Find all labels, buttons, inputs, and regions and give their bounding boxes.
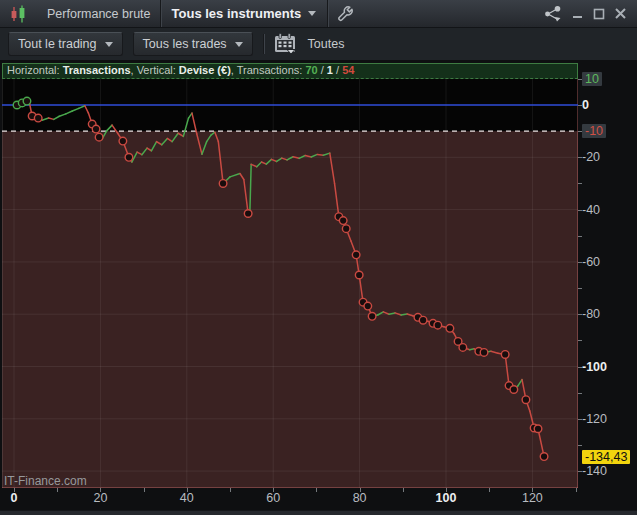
x-axis-tick	[230, 488, 231, 492]
calendar-period-button[interactable]	[274, 33, 298, 55]
y-axis-label: 10	[582, 72, 602, 86]
separator	[263, 34, 264, 54]
y-axis-label: -134,43	[582, 450, 630, 464]
horizontal-axis-value: Transactions	[63, 64, 131, 76]
chevron-down-icon	[235, 42, 243, 47]
y-axis-label: -100	[582, 360, 607, 374]
trading-filter-dropdown[interactable]: Tout le trading	[8, 32, 123, 56]
vertical-axis-value: Devise (€)	[179, 64, 231, 76]
x-axis-label: 80	[353, 491, 367, 505]
chevron-down-icon	[105, 42, 113, 47]
losing-trades-count: 54	[342, 64, 354, 76]
y-axis-label: -20	[582, 150, 600, 164]
y-axis-tick	[578, 445, 582, 446]
x-axis-label: 20	[93, 491, 107, 505]
trades-filter-dropdown[interactable]: Tous les trades	[133, 32, 253, 56]
trading-filter-label: Tout le trading	[18, 37, 97, 51]
horizontal-axis-label: Horizontal:	[7, 64, 60, 76]
maximize-button[interactable]	[593, 8, 605, 20]
x-axis-label: 40	[180, 491, 194, 505]
filter-toolbar: Tout le trading Tous les trades Toutes	[0, 28, 637, 61]
x-axis-label: 120	[522, 491, 543, 505]
y-axis-label: 0	[582, 98, 589, 112]
x-axis-tick	[316, 488, 317, 492]
x-axis-label: 100	[436, 491, 457, 505]
chart-header-bar: Horizontal: Transactions, Vertical: Devi…	[2, 63, 578, 79]
x-axis-label: 60	[266, 491, 280, 505]
chevron-down-icon	[308, 11, 316, 16]
winning-trades-count: 70	[305, 64, 317, 76]
vertical-axis-label: Vertical:	[137, 64, 176, 76]
x-axis-label: 0	[11, 491, 18, 505]
tab-performance-brute[interactable]: Performance brute	[38, 0, 160, 27]
share-button[interactable]	[543, 5, 563, 23]
y-axis-tick	[578, 183, 582, 184]
window-bottom-edge	[0, 510, 637, 515]
calendar-icon	[274, 33, 298, 55]
candlestick-logo-icon	[0, 0, 38, 27]
trading-performance-window: { "titlebar": { "tab_performance": "Perf…	[0, 0, 637, 515]
y-axis-tick	[578, 340, 582, 341]
x-axis-tick	[489, 488, 490, 492]
x-axis-tick	[57, 488, 58, 492]
y-axis-tick	[578, 393, 582, 394]
title-bar: Performance brute Tous les instruments	[0, 0, 637, 28]
close-button[interactable]	[614, 7, 627, 20]
transactions-stats-label: Transactions:	[237, 64, 303, 76]
trades-filter-label: Tous les trades	[143, 37, 227, 51]
minimize-button[interactable]	[572, 8, 584, 20]
x-axis-tick	[403, 488, 404, 492]
watermark: IT-Finance.com	[4, 474, 87, 488]
y-axis-label: -140	[582, 464, 607, 478]
y-axis-label: -80	[582, 307, 600, 321]
x-axis-tick	[576, 488, 577, 492]
y-axis-label: -120	[582, 412, 607, 426]
y-axis-tick	[578, 236, 582, 237]
y-axis-label: -10	[582, 124, 606, 138]
instruments-dropdown[interactable]: Tous les instruments	[161, 0, 328, 27]
instruments-dropdown-label: Tous les instruments	[172, 6, 302, 21]
period-label: Toutes	[308, 37, 345, 51]
y-axis-tick	[578, 288, 582, 289]
window-controls	[543, 5, 637, 23]
equity-curve-plot[interactable]	[2, 63, 578, 488]
x-axis-tick	[144, 488, 145, 492]
y-axis-label: -40	[582, 203, 600, 217]
wrench-icon	[336, 5, 353, 22]
chart-region: Horizontal: Transactions, Vertical: Devi…	[0, 60, 637, 510]
settings-wrench-button[interactable]	[328, 0, 361, 27]
y-axis-label: -60	[582, 255, 600, 269]
